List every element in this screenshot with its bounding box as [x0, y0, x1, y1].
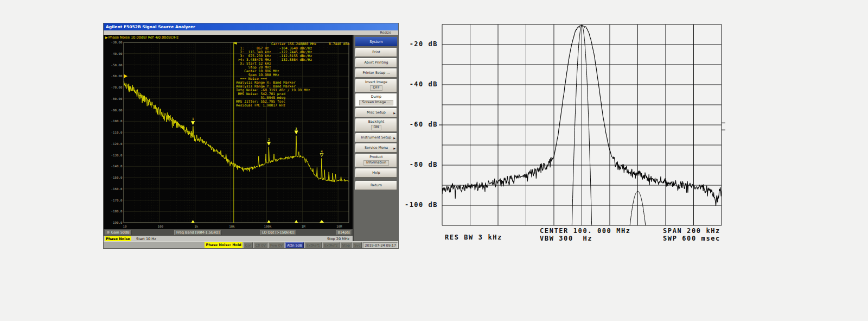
menu-item-label: Misc Setup [367, 111, 386, 115]
y-axis-label: -40 dB [410, 80, 438, 88]
menu-item-abort-printing[interactable]: Abort Printing [355, 58, 397, 67]
submenu-arrow-icon: ▶ [393, 111, 395, 115]
menu-item-label: Service Menu [365, 146, 388, 150]
marker-2-axis-icon [267, 220, 271, 223]
svg-text:3: 3 [295, 127, 297, 130]
menu-item-product[interactable]: ProductInformation [355, 154, 397, 167]
menu-item-label: Instrument Setup [361, 136, 392, 140]
carrier-readout: Carrier 156.248880 MHz 8.7440 dBm [271, 42, 349, 46]
window-subbar: Resize [104, 30, 398, 35]
menu-item-label: Abort Printing [364, 61, 388, 65]
trace-header: ▶Phase Noise 10.00dB/ Ref -60.00dBc/Hz [105, 35, 178, 40]
svg-text:1k: 1k [194, 225, 198, 228]
menu-item-instrument-setup[interactable]: Instrument Setup▶ [355, 133, 397, 142]
plot-grid: -30.00-40.00-50.00-60.00-70.00-80.00-90.… [111, 41, 349, 228]
trace-marker-icon: ▶ [105, 35, 108, 39]
submenu-arrow-icon: ▶ [393, 147, 395, 150]
status-chip-phase-noise-hold: Phase Noise: Hold [205, 242, 242, 248]
lo-opt-label: LO Opt [>150kHz] [260, 230, 296, 235]
status-chips: Phase Noise: HoldCorCtl 0VPow 0VAttn 5dB… [205, 242, 398, 248]
svg-text:-120.0: -120.0 [111, 142, 123, 146]
vbw-label: VBW 300 Hz [540, 235, 592, 242]
svg-text:-90.00: -90.00 [111, 109, 123, 112]
y-axis-label: -80 dB [410, 161, 438, 168]
menu-item-backlight[interactable]: BacklightON [355, 118, 397, 132]
svg-text:-80.00: -80.00 [111, 97, 123, 100]
status-chip-attn-5db: Attn 5dB [285, 242, 304, 248]
svg-text:-70.00: -70.00 [111, 86, 123, 89]
analyzer-window: Agilent E5052B Signal Source Analyzer Re… [103, 23, 399, 249]
freq-band-label: Freq Band [99M-1.5GHz] [174, 230, 222, 235]
if-gain-label: IF Gain 50dB [105, 230, 132, 235]
status-chip-extref1: ExtRef1 [305, 242, 322, 248]
menu-item-state: Screen Image ... [359, 100, 393, 105]
submenu-arrow-icon: ▶ [393, 136, 395, 140]
y-axis-label: -100 dB [405, 201, 438, 209]
y-axis-label: -20 dB [410, 40, 438, 48]
marker-readout: 1: 867 Hz -104.3640 dBc/Hz 2: 115.349 kH… [236, 46, 312, 107]
status-chip-cor: Cor [244, 242, 253, 248]
svg-text:10M: 10M [336, 225, 342, 228]
menu-item-help[interactable]: Help [355, 168, 397, 178]
spectrum-plot: RES BW 3 kHz CENTER 100. 000 MHz VBW 300… [404, 15, 736, 249]
marker-2-icon [267, 142, 271, 145]
menu-item-label: Backlight [368, 120, 385, 124]
svg-text:-50.00: -50.00 [111, 64, 123, 67]
menu-item-label: Invert Image [365, 80, 387, 85]
menu-item-label: Print [372, 51, 380, 55]
graticule [439, 24, 725, 225]
svg-text:-30.00: -30.00 [111, 41, 123, 44]
svg-text:10: 10 [123, 225, 127, 228]
menu-item-label: Help [372, 171, 380, 175]
svg-text:-160.0: -160.0 [111, 187, 123, 191]
menu-item-label: Return [371, 184, 382, 188]
menu-item-print[interactable]: Print [355, 48, 397, 57]
center-freq-label: CENTER 100. 000 MHz [540, 227, 631, 235]
spectrum-svg [404, 15, 736, 249]
svg-text:-60.00: -60.00 [111, 74, 123, 78]
menu-item-label: Dump [371, 95, 381, 99]
ref-level-arrow-icon [124, 74, 128, 78]
status-chip-svc: Svc [353, 242, 362, 248]
window-title: Agilent E5052B Signal Source Analyzer [106, 24, 195, 29]
svg-text:10k: 10k [229, 225, 235, 228]
points-label: 814pts [336, 230, 352, 235]
svg-text:-190.0: -190.0 [111, 221, 123, 224]
phase-noise-plot: -30.00-40.00-50.00-60.00-70.00-80.00-90.… [104, 35, 354, 229]
svg-text:-150.0: -150.0 [111, 176, 123, 179]
svg-text:-110.0: -110.0 [111, 131, 123, 134]
svg-text:-40.00: -40.00 [111, 52, 123, 55]
window-title-bar: Agilent E5052B Signal Source Analyzer [104, 23, 398, 30]
menu-item-state: Information [363, 160, 389, 166]
span-label: SPAN 200 kHz [663, 227, 720, 235]
menu-item-misc-setup[interactable]: Misc Setup▶ [355, 108, 397, 117]
if-gain-bar: IF Gain 50dB Freq Band [99M-1.5GHz] LO O… [104, 229, 354, 236]
svg-text:-140.0: -140.0 [111, 165, 123, 168]
menu-item-dump[interactable]: DumpScreen Image ... [355, 93, 397, 107]
marker-4-axis-icon [320, 220, 324, 223]
clock-display: 2019-07-24 09:17 [363, 242, 398, 248]
resize-button[interactable]: Resize [380, 30, 391, 35]
menu-item-state: ON [371, 125, 382, 130]
menu-item-state: OFF [370, 85, 382, 91]
instrument-screen: -30.00-40.00-50.00-60.00-70.00-80.00-90.… [104, 35, 354, 242]
svg-text:-130.0: -130.0 [111, 154, 123, 157]
svg-text:100: 100 [158, 225, 164, 228]
menu-item-label: Product [369, 155, 382, 160]
status-chip-pow-0v: Pow 0V [269, 242, 284, 248]
screenshot-stage: Agilent E5052B Signal Source Analyzer Re… [0, 0, 868, 321]
svg-text:4: 4 [321, 150, 323, 153]
marker-3-axis-icon [295, 220, 298, 223]
svg-text:-100.0: -100.0 [111, 119, 123, 123]
svg-text:1M: 1M [302, 225, 305, 228]
softkey-menu-panel: System PrintAbort PrintingPrinter Setup … [353, 35, 398, 242]
menu-item-printer-setup[interactable]: Printer Setup ... [355, 68, 397, 78]
menu-item-invert-image[interactable]: Invert ImageOFF [355, 79, 397, 92]
svg-text:2: 2 [268, 138, 270, 141]
svg-text:-170.0: -170.0 [111, 199, 123, 202]
menu-item-label: Printer Setup ... [362, 71, 390, 75]
svg-text:1: 1 [192, 117, 194, 121]
menu-item-return[interactable]: Return [355, 181, 397, 190]
menu-item-service-menu[interactable]: Service Menu▶ [355, 143, 397, 153]
y-axis-label: -60 dB [410, 121, 438, 128]
